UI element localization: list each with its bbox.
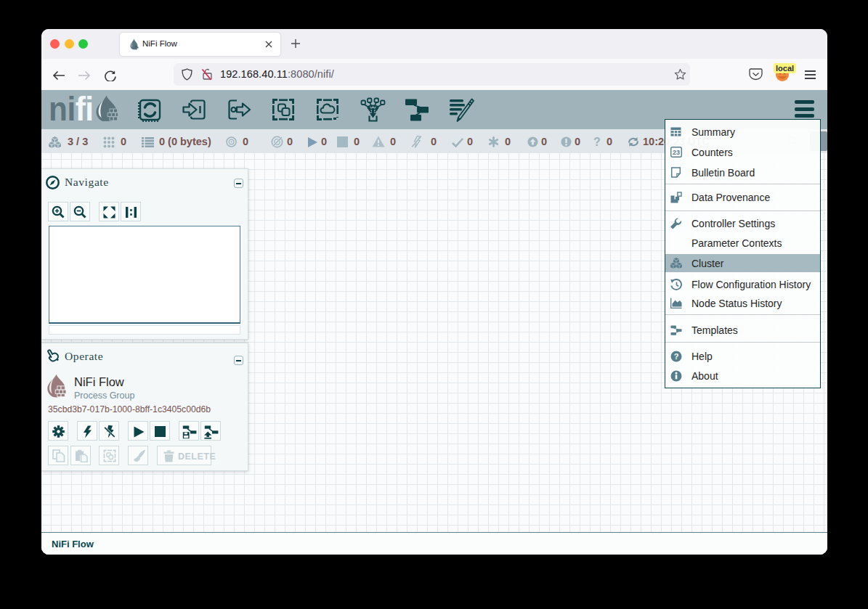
svg-text:?: ?: [674, 352, 679, 361]
svg-text:23: 23: [673, 149, 680, 156]
